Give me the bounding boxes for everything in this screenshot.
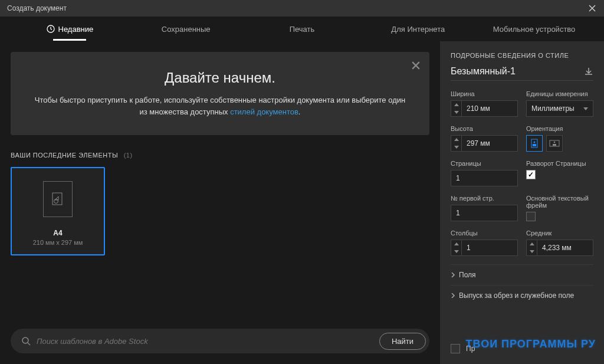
primary-text-frame-checkbox[interactable] <box>526 212 536 221</box>
recent-items-label: ВАШИ ПОСЛЕДНИЕ ЭЛЕМЕНТЫ (1) <box>11 152 429 159</box>
tab-label: Недавние <box>58 25 94 34</box>
hero-close-button[interactable] <box>408 58 424 73</box>
spread-label: Разворот Страницы <box>526 160 593 167</box>
height-label: Высота <box>451 125 518 132</box>
chevron-down-icon <box>527 248 537 255</box>
pages-value: 1 <box>451 174 517 182</box>
margins-expand[interactable]: Поля <box>451 264 593 285</box>
search-input[interactable] <box>37 337 379 346</box>
gutter-input[interactable]: 4,233 мм <box>526 240 593 256</box>
chevron-down-icon <box>451 248 461 255</box>
recent-count: (1) <box>124 152 133 159</box>
window-title: Создать документ <box>7 4 67 12</box>
svg-point-3 <box>22 337 28 343</box>
chevron-right-icon <box>451 293 455 298</box>
search-bar: Найти <box>11 329 429 353</box>
tab-mobile[interactable]: Мобильное устройство <box>476 19 592 40</box>
orientation-portrait[interactable] <box>526 135 543 152</box>
preview-label: Пр <box>466 345 475 353</box>
gutter-label: Средник <box>526 229 593 237</box>
tab-recent[interactable]: Недавние <box>12 19 128 40</box>
hero-text-body: Чтобы быстро приступить к работе, исполь… <box>35 96 405 116</box>
bleed-expand[interactable]: Выпуск за обрез и служебное поле <box>451 285 593 306</box>
chevron-up-icon <box>451 136 461 143</box>
tab-label: Печать <box>290 25 315 34</box>
preset-a4[interactable]: A4 210 мм x 297 мм <box>11 167 105 255</box>
tab-label: Сохраненные <box>162 25 211 34</box>
tab-print[interactable]: Печать <box>244 19 360 40</box>
stepper-arrows[interactable] <box>451 101 462 116</box>
watermark: ТВОИ ПРОГРАММЫ РУ <box>466 338 596 350</box>
preset-dims: 210 мм x 297 мм <box>33 239 83 246</box>
search-button[interactable]: Найти <box>379 333 426 350</box>
primary-text-frame-label: Основной текстовый фрейм <box>526 195 593 209</box>
first-page-label: № первой стр. <box>451 195 518 202</box>
chevron-down-icon <box>583 107 588 110</box>
hero-title: Давайте начнем. <box>34 70 406 86</box>
height-value: 297 мм <box>462 139 517 147</box>
first-page-input[interactable]: 1 <box>451 205 518 221</box>
stepper-arrows[interactable] <box>527 240 537 255</box>
chevron-right-icon <box>451 273 455 277</box>
search-icon <box>21 336 31 346</box>
columns-input[interactable]: 1 <box>451 240 518 256</box>
titlebar: Создать документ <box>0 0 604 17</box>
hero-text-period: . <box>298 107 301 116</box>
category-tabs: Недавние Сохраненные Печать Для Интернет… <box>0 17 604 41</box>
orientation-landscape[interactable] <box>546 135 563 152</box>
width-input[interactable]: 210 мм <box>451 100 518 117</box>
units-label: Единицы измерения <box>526 90 593 97</box>
tab-label: Мобильное устройство <box>493 25 576 34</box>
units-value: Миллиметры <box>531 104 575 113</box>
recent-label-text: ВАШИ ПОСЛЕДНИЕ ЭЛЕМЕНТЫ <box>11 152 118 159</box>
chevron-up-icon <box>527 240 537 248</box>
preset-name: A4 <box>53 229 62 237</box>
stepper-arrows[interactable] <box>451 240 462 255</box>
document-icon <box>43 181 73 217</box>
height-input[interactable]: 297 мм <box>451 135 518 152</box>
pages-label: Страницы <box>451 160 518 167</box>
document-name[interactable]: Безымянный-1 <box>451 66 516 77</box>
gutter-value: 4,233 мм <box>537 244 593 252</box>
width-value: 210 мм <box>462 104 517 113</box>
preview-checkbox[interactable] <box>451 344 460 353</box>
orientation-label: Ориентация <box>526 125 593 132</box>
tab-saved[interactable]: Сохраненные <box>128 19 244 40</box>
panel-header: ПОДРОБНЫЕ СВЕДЕНИЯ О СТИЛЕ <box>451 52 593 59</box>
units-dropdown[interactable]: Миллиметры <box>526 100 593 117</box>
bleed-label: Выпуск за обрез и служебное поле <box>459 291 574 300</box>
hero-text: Чтобы быстро приступить к работе, исполь… <box>34 94 406 117</box>
download-preset-icon[interactable] <box>584 67 593 76</box>
svg-point-5 <box>534 142 536 143</box>
columns-value: 1 <box>462 244 517 252</box>
chevron-up-icon <box>451 101 461 109</box>
hero-link[interactable]: стилей документов <box>230 107 298 116</box>
tab-label: Для Интернета <box>391 25 445 34</box>
spread-checkbox[interactable] <box>526 170 536 179</box>
width-label: Ширина <box>451 90 518 97</box>
stepper-arrows[interactable] <box>451 136 462 151</box>
close-button[interactable] <box>580 0 604 17</box>
chevron-down-icon <box>451 109 461 116</box>
first-page-value: 1 <box>451 209 517 217</box>
pages-input[interactable]: 1 <box>451 170 518 186</box>
hero-box: Давайте начнем. Чтобы быстро приступить … <box>11 52 429 135</box>
chevron-down-icon <box>451 143 461 151</box>
columns-label: Столбцы <box>451 229 518 237</box>
svg-point-7 <box>554 142 556 143</box>
chevron-up-icon <box>451 240 461 248</box>
margins-label: Поля <box>459 271 476 279</box>
tab-web[interactable]: Для Интернета <box>360 19 476 40</box>
